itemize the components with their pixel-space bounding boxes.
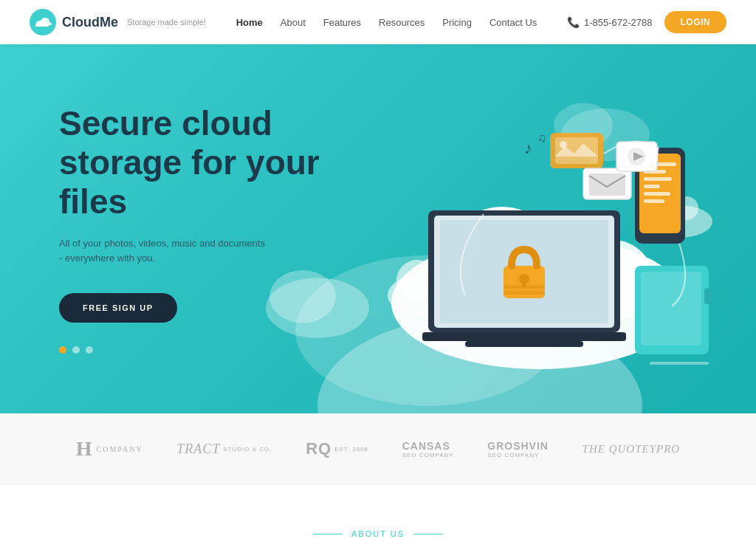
phone-area: 📞 1-855-672-2788 <box>567 16 653 28</box>
hero-content: Secure cloud storage for your files All … <box>59 104 369 354</box>
svg-rect-26 <box>504 285 545 289</box>
logo-name: CloudMe <box>62 15 118 30</box>
login-button[interactable]: LOGIN <box>664 11 727 33</box>
hero-illustration-svg: ♪ ♫ <box>369 89 753 369</box>
cloudme-logo-icon <box>30 9 56 35</box>
svg-rect-32 <box>644 177 672 181</box>
svg-rect-27 <box>504 291 545 295</box>
svg-rect-37 <box>704 288 710 304</box>
nav-features[interactable]: Features <box>323 17 361 28</box>
partner-logo-tract: tract STUDIO & CO. <box>176 441 272 457</box>
partner-logo-cansas: CANSAS SEO COMPANY <box>402 440 454 458</box>
partner-logo-groshvin: GROSHVIN SEO COMPANY <box>487 440 549 458</box>
svg-rect-21 <box>422 332 626 341</box>
hero-dot-3[interactable] <box>86 346 93 354</box>
hero-subtitle: All of your photos, videos, music and do… <box>59 236 266 267</box>
partner-logo-quote: The Quoteypro <box>583 443 681 456</box>
phone-number: 1-855-672-2788 <box>584 17 653 28</box>
svg-rect-43 <box>589 173 625 196</box>
hero-section: Secure cloud storage for your files All … <box>0 44 756 413</box>
nav-home[interactable]: Home <box>236 17 263 28</box>
svg-point-1 <box>35 21 44 27</box>
partner-logo-h: H COMPANY <box>76 437 143 461</box>
svg-rect-35 <box>644 199 664 203</box>
svg-text:♪: ♪ <box>524 139 532 157</box>
svg-rect-50 <box>650 362 709 365</box>
logos-strip: H COMPANY tract STUDIO & CO. RQ EST. 200… <box>0 413 756 485</box>
hero-cta-button[interactable]: FREE SIGN UP <box>59 293 177 323</box>
logo-tagline: Storage made simple! <box>127 18 206 27</box>
nav-about[interactable]: About <box>281 17 306 28</box>
nav-contact[interactable]: Contact Us <box>489 17 537 28</box>
nav-pricing[interactable]: Pricing <box>442 17 472 28</box>
header: CloudMe Storage made simple! Home About … <box>0 0 756 44</box>
hero-dot-1[interactable] <box>59 346 66 354</box>
hero-dots <box>59 346 369 354</box>
header-right: 📞 1-855-672-2788 LOGIN <box>567 11 726 33</box>
svg-rect-22 <box>465 341 583 347</box>
partner-logo-rq: RQ EST. 2008 <box>306 439 368 458</box>
about-label: ABOUT US <box>59 529 697 538</box>
about-section: ABOUT US What is CloudMe? <box>0 485 756 550</box>
svg-rect-33 <box>644 185 660 188</box>
main-nav: Home About Features Resources Pricing Co… <box>236 17 537 28</box>
svg-rect-34 <box>644 192 670 196</box>
logo-area: CloudMe Storage made simple! <box>30 9 206 35</box>
svg-rect-38 <box>641 272 701 346</box>
hero-illustration: ♪ ♫ <box>369 89 697 369</box>
hero-dot-2[interactable] <box>72 346 80 354</box>
phone-icon: 📞 <box>567 16 580 28</box>
nav-resources[interactable]: Resources <box>379 17 425 28</box>
about-title: What is CloudMe? <box>59 547 697 550</box>
hero-title: Secure cloud storage for your files <box>59 104 369 221</box>
svg-text:♫: ♫ <box>537 131 546 144</box>
